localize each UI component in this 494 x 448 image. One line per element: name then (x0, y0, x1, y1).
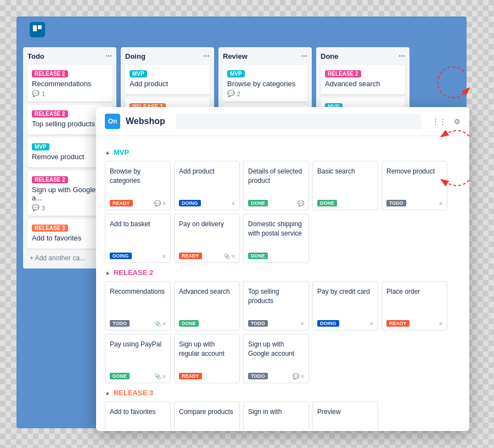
group-header-release3[interactable]: ▲ RELEASE 3 (105, 389, 461, 397)
grid-card-add-product[interactable]: Add product DOING ≡ (174, 161, 240, 210)
kanban-card[interactable]: MVP Browse by categories 💬2 (223, 65, 307, 102)
dashed-arrow-2 (431, 164, 475, 197)
card-title: Advanced search (325, 80, 401, 88)
card-meta: 💬1 (32, 90, 108, 97)
grid-card-recommendations[interactable]: Recommendations TODO 📎≡ (105, 281, 171, 331)
kanban-card[interactable]: RELEASE 2 Recommendations 💬1 (27, 65, 112, 102)
group-chevron-mvp: ▲ (105, 149, 110, 155)
panel-header: On Webshop ⋮⋮ ⚙ (96, 107, 469, 136)
svg-rect-0 (33, 25, 37, 31)
grid-card-browse-categories[interactable]: Browse by categories READY 💬≡ (105, 161, 171, 210)
group-label-release2: RELEASE 2 (114, 268, 153, 277)
card-title: Recommendations (32, 80, 108, 88)
panel-body: ▲ MVP Browse by categories READY 💬≡ Add … (96, 136, 469, 430)
card-title: Add product (130, 80, 205, 88)
grid-card-add-favorites[interactable]: Add to favorites TODO (105, 401, 171, 430)
panel-title: Webshop (126, 116, 165, 126)
grid-card-preview[interactable]: Preview TODO (312, 401, 378, 430)
trello-logo (30, 22, 45, 37)
group-label-release3: RELEASE 3 (114, 389, 153, 397)
card-title: Pay on delivery (179, 220, 235, 249)
svg-rect-1 (38, 25, 42, 29)
card-title: Domestic shipping with postal service (248, 220, 304, 249)
card-title: Pay using PayPal (110, 340, 166, 369)
grid-card-place-order[interactable]: Place order READY ≡ (381, 281, 447, 331)
group-header-mvp[interactable]: ▲ MVP (105, 148, 461, 156)
card-icons: 💬 (297, 200, 304, 206)
badge-mvp: MVP (130, 70, 147, 77)
badge-release2: RELEASE 2 (32, 110, 68, 117)
status-badge: DOING (110, 253, 132, 259)
grid-card-add-basket[interactable]: Add to basket DOING ≡ (105, 214, 171, 263)
card-icons: 📎≡ (154, 321, 166, 327)
card-title: Basic search (317, 167, 373, 197)
grid-card-signin[interactable]: Sign in with TODO (243, 401, 309, 430)
card-title: Preview (317, 407, 373, 430)
card-title: Compare products (179, 407, 235, 430)
group-chevron-release3: ▲ (105, 390, 110, 396)
card-title: Details of selected product (248, 167, 304, 197)
col-menu-review[interactable]: ··· (301, 52, 307, 60)
card-title: Sign up with regular account (179, 340, 235, 369)
mvp-cards-grid: Browse by categories READY 💬≡ Add produc… (105, 161, 461, 263)
status-badge: READY (179, 373, 202, 379)
card-title: Pay by credit card (317, 287, 373, 317)
dashed-arrow-1 (431, 120, 475, 153)
grid-card-signup-regular[interactable]: Sign up with regular account READY (174, 334, 240, 383)
grid-card-advanced-search[interactable]: Advanced search DONE (174, 281, 240, 331)
card-icons: 💬≡ (293, 373, 304, 379)
circular-dashed-arrow (434, 63, 472, 102)
grid-card-basic-search[interactable]: Basic search DONE (312, 161, 378, 210)
card-title: Browse by categories (110, 167, 166, 197)
grid-card-top-selling[interactable]: Top selling products TODO ≡ (243, 281, 309, 331)
grid-card-paypal[interactable]: Pay using PayPal DONE 📎≡ (105, 334, 171, 383)
col-title-done: Done (321, 52, 339, 60)
col-menu-todo[interactable]: ··· (105, 52, 112, 60)
col-menu-doing[interactable]: ··· (203, 52, 210, 60)
status-badge: DONE (317, 200, 337, 206)
kanban-card[interactable]: MVP Add product (125, 65, 210, 94)
status-badge: DOING (179, 200, 201, 206)
badge-release2: RELEASE 2 (32, 70, 68, 77)
status-badge: READY (386, 320, 409, 327)
grid-card-pay-delivery[interactable]: Pay on delivery READY 📎≡ (174, 214, 240, 263)
status-badge: DONE (110, 373, 130, 379)
panel-search-bar[interactable] (176, 114, 421, 129)
release2-cards-grid: Recommendations TODO 📎≡ Advanced search … (105, 281, 461, 383)
grid-card-pay-credit[interactable]: Pay by credit card DOING ≡ (312, 281, 378, 331)
webshop-panel: On Webshop ⋮⋮ ⚙ ▲ MVP Browse by categori… (96, 107, 469, 431)
status-badge: DONE (179, 320, 199, 327)
status-badge: TODO (248, 373, 268, 379)
grid-card-shipping[interactable]: Domestic shipping with postal service DO… (243, 214, 309, 263)
card-title: Sign up with Google account (248, 340, 304, 369)
card-icons: ≡ (162, 253, 166, 259)
panel-logo: On (105, 114, 120, 129)
card-icons: ≡ (370, 321, 373, 327)
group-header-release2[interactable]: ▲ RELEASE 2 (105, 268, 461, 277)
status-badge: READY (179, 253, 202, 259)
card-title: Top selling products (248, 287, 304, 317)
card-icons: 📎≡ (223, 253, 235, 259)
status-badge: TODO (110, 320, 130, 327)
col-title-todo: Todo (27, 52, 44, 60)
badge-release2: RELEASE 2 (325, 70, 361, 77)
group-chevron-release2: ▲ (105, 270, 110, 276)
group-label-mvp: MVP (114, 148, 129, 156)
grid-card-compare-products[interactable]: Compare products DOING (174, 401, 240, 430)
card-icons: ≡ (301, 321, 304, 327)
card-title: Add to favorites (110, 407, 166, 430)
card-icons: ≡ (439, 200, 442, 206)
card-icons: ≡ (439, 321, 442, 327)
badge-mvp: MVP (32, 143, 49, 150)
status-badge: DONE (248, 200, 268, 206)
status-badge: READY (110, 200, 133, 206)
col-menu-done[interactable]: ··· (398, 52, 405, 60)
release3-cards-grid: Add to favorites TODO Compare products D… (105, 401, 461, 430)
grid-card-signup-google[interactable]: Sign up with Google account TODO 💬≡ (243, 334, 309, 383)
badge-release3: RELEASE 3 (32, 225, 68, 232)
badge-release2: RELEASE 2 (32, 176, 68, 183)
kanban-card[interactable]: RELEASE 2 Advanced search (321, 65, 405, 94)
grid-card-details-product[interactable]: Details of selected product DONE 💬 (243, 161, 309, 210)
card-title: Browse by categories (227, 80, 303, 88)
card-title: Place order (386, 287, 442, 317)
